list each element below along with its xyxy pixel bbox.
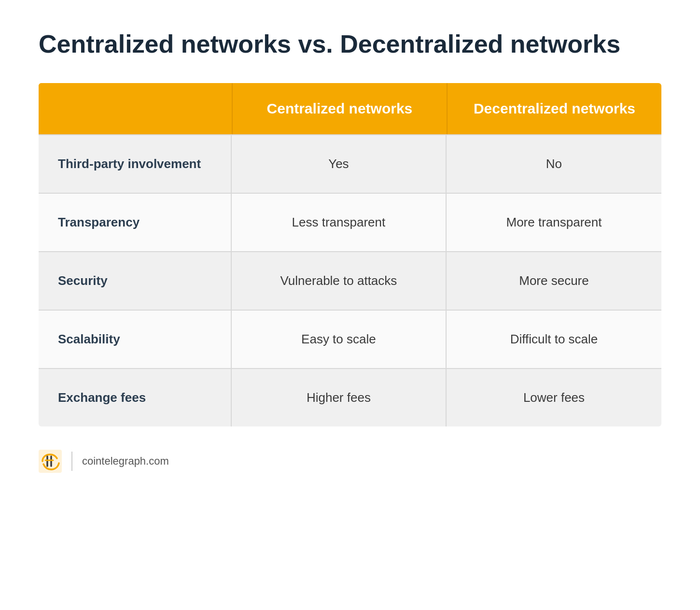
centralized-cell: Higher fees — [232, 368, 447, 426]
page-title: Centralized networks vs. Decentralized n… — [39, 29, 661, 59]
feature-cell: Third-party involvement — [39, 134, 232, 193]
table-header-row: Centralized networks Decentralized netwo… — [39, 83, 661, 134]
table-row: TransparencyLess transparentMore transpa… — [39, 193, 661, 251]
feature-cell: Exchange fees — [39, 368, 232, 426]
table-row: SecurityVulnerable to attacksMore secure — [39, 251, 661, 310]
centralized-cell: Yes — [232, 134, 447, 193]
decentralized-cell: More transparent — [447, 193, 661, 251]
table-row: Third-party involvementYesNo — [39, 134, 661, 193]
page-wrapper: Centralized networks vs. Decentralized n… — [39, 29, 661, 473]
feature-cell: Security — [39, 251, 232, 310]
footer-logo — [39, 450, 62, 473]
cointelegraph-logo-icon — [39, 450, 62, 473]
col3-header: Decentralized networks — [447, 83, 661, 134]
footer-divider — [71, 452, 72, 471]
table-row: ScalabilityEasy to scaleDifficult to sca… — [39, 310, 661, 368]
decentralized-cell: More secure — [447, 251, 661, 310]
feature-cell: Transparency — [39, 193, 232, 251]
feature-cell: Scalability — [39, 310, 232, 368]
decentralized-cell: Lower fees — [447, 368, 661, 426]
centralized-cell: Less transparent — [232, 193, 447, 251]
col2-header: Centralized networks — [232, 83, 447, 134]
centralized-cell: Vulnerable to attacks — [232, 251, 447, 310]
col1-header — [39, 83, 232, 134]
centralized-cell: Easy to scale — [232, 310, 447, 368]
table-row: Exchange feesHigher feesLower fees — [39, 368, 661, 426]
footer: cointelegraph.com — [39, 450, 661, 473]
comparison-table: Centralized networks Decentralized netwo… — [39, 83, 661, 426]
decentralized-cell: No — [447, 134, 661, 193]
footer-url: cointelegraph.com — [82, 455, 169, 468]
decentralized-cell: Difficult to scale — [447, 310, 661, 368]
